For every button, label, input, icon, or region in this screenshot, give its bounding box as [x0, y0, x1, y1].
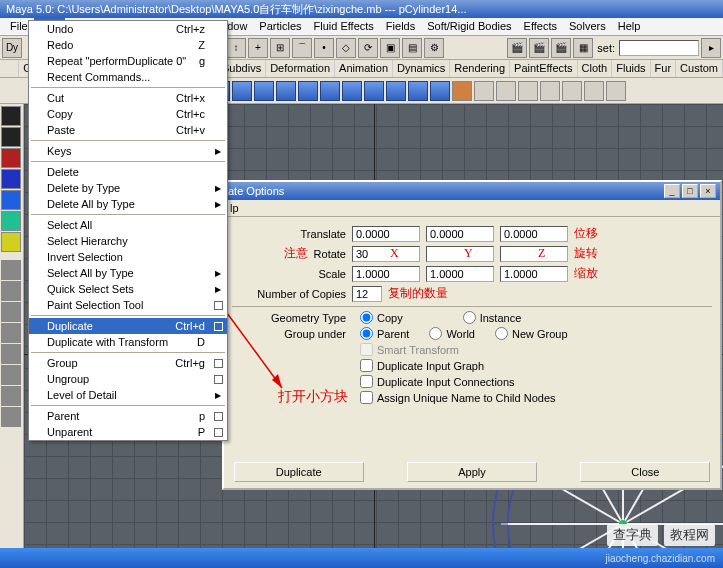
shelf-icon[interactable]: [276, 81, 296, 101]
menu-delete[interactable]: Delete: [29, 164, 227, 180]
menu-fields[interactable]: Fields: [380, 18, 421, 35]
shelf-tab[interactable]: Fluids: [612, 60, 650, 77]
close-button[interactable]: ×: [700, 184, 716, 198]
geomtype-instance-radio[interactable]: [463, 311, 476, 324]
scale-tool-icon[interactable]: [1, 190, 21, 210]
clapboard-icon[interactable]: 🎬: [551, 38, 571, 58]
shelf-icon[interactable]: [298, 81, 318, 101]
translate-z-input[interactable]: [500, 226, 568, 242]
snap-curve-icon[interactable]: ⌒: [292, 38, 312, 58]
scale-y-input[interactable]: [426, 266, 494, 282]
shelf-icon[interactable]: [518, 81, 538, 101]
lasso-tool-icon[interactable]: [1, 127, 21, 147]
ncopies-input[interactable]: [352, 286, 382, 302]
menu-undo[interactable]: UndoCtrl+z: [29, 21, 227, 37]
menu-lod[interactable]: Level of Detail▶: [29, 387, 227, 403]
shelf-icon[interactable]: [232, 81, 252, 101]
shelf-icon[interactable]: [430, 81, 450, 101]
scale-x-input[interactable]: [352, 266, 420, 282]
menu-select-all[interactable]: Select All: [29, 217, 227, 233]
shelf-tab[interactable]: Animation: [335, 60, 393, 77]
menu-group[interactable]: GroupCtrl+g: [29, 355, 227, 371]
menu-ungroup[interactable]: Ungroup: [29, 371, 227, 387]
shelf-icon[interactable]: [540, 81, 560, 101]
shelf-icon[interactable]: [254, 81, 274, 101]
clapboard-icon[interactable]: 🎬: [507, 38, 527, 58]
shelf-tab[interactable]: Cloth: [578, 60, 613, 77]
mode-dropdown[interactable]: Dy: [2, 38, 22, 58]
shelf-icon[interactable]: [364, 81, 384, 101]
apply-button[interactable]: Apply: [407, 462, 537, 482]
layer-icon[interactable]: ▦: [573, 38, 593, 58]
dup-input-connections-checkbox[interactable]: [360, 375, 373, 388]
menu-cut[interactable]: CutCtrl+x: [29, 90, 227, 106]
groupunder-newgroup-radio[interactable]: [495, 327, 508, 340]
manip-tool-icon[interactable]: [1, 211, 21, 231]
menu-parent[interactable]: Parentp: [29, 408, 227, 424]
menu-invert-selection[interactable]: Invert Selection: [29, 249, 227, 265]
shelf-icon[interactable]: [584, 81, 604, 101]
move-tool-icon[interactable]: [1, 148, 21, 168]
layout-icon[interactable]: [1, 407, 21, 427]
shelf-tab[interactable]: PaintEffects: [510, 60, 578, 77]
menu-recent[interactable]: Recent Commands...: [29, 69, 227, 85]
option-box-icon[interactable]: [214, 375, 223, 384]
layout-icon[interactable]: [1, 344, 21, 364]
groupunder-world-radio[interactable]: [429, 327, 442, 340]
shelf-icon[interactable]: [342, 81, 362, 101]
menu-help[interactable]: Help: [612, 18, 647, 35]
shelf-icon[interactable]: [408, 81, 428, 101]
menu-solvers[interactable]: Solvers: [563, 18, 612, 35]
select-tool-icon[interactable]: [1, 106, 21, 126]
shelf-tab[interactable]: Fur: [651, 60, 677, 77]
close-dialog-button[interactable]: Close: [580, 462, 710, 482]
shelf-icon[interactable]: [606, 81, 626, 101]
history-icon[interactable]: ⟳: [358, 38, 378, 58]
shelf-tab[interactable]: Dynamics: [393, 60, 450, 77]
minimize-button[interactable]: _: [664, 184, 680, 198]
menu-keys[interactable]: Keys▶: [29, 143, 227, 159]
layout-icon[interactable]: [1, 281, 21, 301]
scale-z-input[interactable]: [500, 266, 568, 282]
layout-icon[interactable]: [1, 323, 21, 343]
clapboard-icon[interactable]: 🎬: [529, 38, 549, 58]
menu-effects[interactable]: Effects: [518, 18, 563, 35]
shelf-icon[interactable]: [474, 81, 494, 101]
option-box-icon[interactable]: [214, 322, 223, 331]
option-box-icon[interactable]: [214, 359, 223, 368]
menu-paint-selection[interactable]: Paint Selection Tool: [29, 297, 227, 313]
shelf-icon[interactable]: [386, 81, 406, 101]
tool-icon[interactable]: ↕: [226, 38, 246, 58]
shelf-tab[interactable]: Rendering: [450, 60, 510, 77]
dialog-titlebar[interactable]: ate Options _ □ ×: [224, 182, 720, 200]
assign-unique-checkbox[interactable]: [360, 391, 373, 404]
layout-icon[interactable]: [1, 302, 21, 322]
rotate-z-input[interactable]: [500, 246, 568, 262]
menu-duplicate[interactable]: DuplicateCtrl+d: [29, 318, 227, 334]
snap-point-icon[interactable]: •: [314, 38, 334, 58]
dup-input-graph-checkbox[interactable]: [360, 359, 373, 372]
menu-copy[interactable]: CopyCtrl+c: [29, 106, 227, 122]
translate-x-input[interactable]: [352, 226, 420, 242]
render-icon[interactable]: ▣: [380, 38, 400, 58]
rotate-tool-icon[interactable]: [1, 169, 21, 189]
menu-delete-all-by-type[interactable]: Delete All by Type▶: [29, 196, 227, 212]
menu-select-all-by-type[interactable]: Select All by Type▶: [29, 265, 227, 281]
maximize-button[interactable]: □: [682, 184, 698, 198]
render-globals-icon[interactable]: ⚙: [424, 38, 444, 58]
menu-softrigid[interactable]: Soft/Rigid Bodies: [421, 18, 517, 35]
option-box-icon[interactable]: [214, 412, 223, 421]
menu-particles[interactable]: Particles: [253, 18, 307, 35]
shelf-tab[interactable]: Deformation: [266, 60, 335, 77]
layout-icon[interactable]: [1, 260, 21, 280]
menu-delete-by-type[interactable]: Delete by Type▶: [29, 180, 227, 196]
shelf-icon[interactable]: [496, 81, 516, 101]
translate-y-input[interactable]: [426, 226, 494, 242]
menu-unparent[interactable]: UnparentP: [29, 424, 227, 440]
geomtype-copy-radio[interactable]: [360, 311, 373, 324]
duplicate-button[interactable]: Duplicate: [234, 462, 364, 482]
menu-paste[interactable]: PasteCtrl+v: [29, 122, 227, 138]
menu-duplicate-transform[interactable]: Duplicate with TransformD: [29, 334, 227, 350]
layout-icon[interactable]: [1, 386, 21, 406]
tool-icon[interactable]: +: [248, 38, 268, 58]
